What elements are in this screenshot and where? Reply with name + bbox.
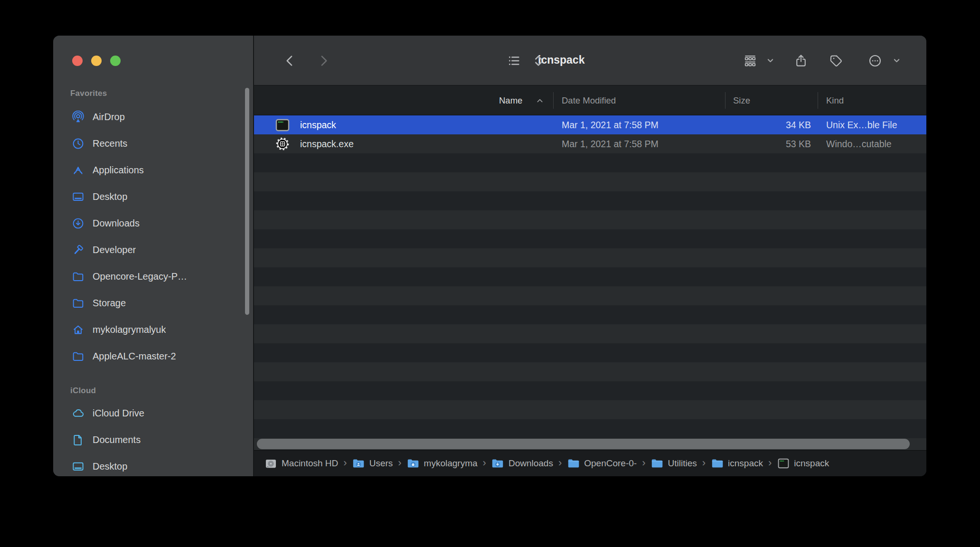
sidebar-item-label: Storage xyxy=(93,298,126,309)
file-size: 53 KB xyxy=(729,139,811,150)
close-button[interactable] xyxy=(72,56,83,66)
sidebar-item-label: Developer xyxy=(93,245,136,255)
group-view-icon[interactable] xyxy=(736,36,764,85)
column-header-kind[interactable]: Kind xyxy=(826,85,844,115)
file-row-icnspack[interactable]: icnspackMar 1, 2021 at 7:58 PM34 KBUnix … xyxy=(254,115,926,134)
desktop-icon xyxy=(71,459,85,473)
sidebar-item-storage[interactable]: Storage xyxy=(53,290,243,316)
sidebar-item-airdrop[interactable]: AirDrop xyxy=(53,104,243,130)
gear-file-icon xyxy=(275,137,290,151)
file-row-icnspack-exe[interactable]: icnspack.exeMar 1, 2021 at 7:58 PM53 KBW… xyxy=(254,134,926,153)
sidebar-item-label: Documents xyxy=(93,434,141,445)
sidebar-section-label: Favorites xyxy=(53,89,243,98)
sidebar-item-recents[interactable]: Recents xyxy=(53,130,243,157)
sidebar-scrollbar[interactable] xyxy=(245,88,249,315)
path-separator-icon: › xyxy=(637,457,650,471)
path-separator-icon: › xyxy=(393,457,406,471)
folder-blue-icon xyxy=(711,458,724,469)
path-segment-users[interactable]: Users xyxy=(352,458,393,469)
back-button[interactable] xyxy=(277,36,303,85)
airdrop-icon xyxy=(71,110,85,124)
file-list: icnspackMar 1, 2021 at 7:58 PM34 KBUnix … xyxy=(254,115,926,476)
sidebar-item-applications[interactable]: Applications xyxy=(53,157,243,183)
path-segment-label: icnspack xyxy=(794,458,829,469)
path-separator-icon: › xyxy=(338,457,352,471)
list-view-icon[interactable] xyxy=(501,36,528,85)
path-segment-macintosh-hd[interactable]: Macintosh HD xyxy=(264,458,338,469)
cloud-icon xyxy=(71,406,85,420)
folder-home-icon xyxy=(407,458,420,469)
sort-order-icon[interactable] xyxy=(528,36,548,85)
path-separator-icon: › xyxy=(763,457,777,471)
main-area: icnspack NameDate ModifiedSizeKind icnsp… xyxy=(254,36,926,476)
path-segment-utilities[interactable]: Utilities xyxy=(650,458,697,469)
file-name: icnspack.exe xyxy=(300,139,354,150)
sidebar-item-label: Applications xyxy=(93,165,144,176)
path-segment-label: icnspack xyxy=(728,458,763,469)
exec-file-icon xyxy=(777,458,790,469)
file-date-modified: Mar 1, 2021 at 7:58 PM xyxy=(562,139,659,150)
file-name: icnspack xyxy=(300,120,336,131)
sidebar-item-downloads[interactable]: Downloads xyxy=(53,210,243,236)
sidebar-item-icloud-drive[interactable]: iCloud Drive xyxy=(53,400,243,426)
harddrive-icon xyxy=(264,458,277,469)
path-segment-label: mykolagryma xyxy=(424,458,478,469)
hammer-icon xyxy=(71,243,85,257)
more-actions-chevron-icon[interactable] xyxy=(889,36,904,85)
sidebar-item-documents[interactable]: Documents xyxy=(53,426,243,453)
path-segment-opencore-0-[interactable]: OpenCore-0- xyxy=(567,458,637,469)
column-divider[interactable] xyxy=(553,92,554,109)
zoom-button[interactable] xyxy=(110,56,121,66)
more-actions-icon[interactable] xyxy=(861,36,889,85)
sidebar-item-desktop[interactable]: Desktop xyxy=(53,453,243,476)
downloads-icon xyxy=(71,216,85,230)
file-kind: Windo…cutable xyxy=(826,139,892,150)
sidebar-item-label: Desktop xyxy=(93,191,127,202)
path-segment-icnspack[interactable]: icnspack xyxy=(777,458,829,469)
forward-button[interactable] xyxy=(310,36,336,85)
desktop-icon xyxy=(71,189,85,204)
file-date-modified: Mar 1, 2021 at 7:58 PM xyxy=(562,120,659,131)
path-segment-label: Downloads xyxy=(509,458,553,469)
horizontal-scrollbar[interactable] xyxy=(257,439,910,449)
path-separator-icon: › xyxy=(697,457,711,471)
sidebar-item-label: Opencore-Legacy-P… xyxy=(93,271,187,282)
toolbar: icnspack xyxy=(254,36,926,85)
sidebar-item-desktop[interactable]: Desktop xyxy=(53,183,243,210)
sidebar-item-label: Downloads xyxy=(93,218,140,229)
column-header-size[interactable]: Size xyxy=(733,85,750,115)
tags-icon[interactable] xyxy=(822,36,850,85)
path-segment-mykolagryma[interactable]: mykolagryma xyxy=(407,458,478,469)
path-segment-label: OpenCore-0- xyxy=(584,458,637,469)
appstore-icon xyxy=(71,163,85,177)
sidebar: FavoritesAirDropRecentsApplicationsDeskt… xyxy=(53,36,253,476)
sidebar-item-developer[interactable]: Developer xyxy=(53,236,243,263)
window-controls xyxy=(72,56,121,66)
folder-blue-icon xyxy=(650,458,663,469)
path-separator-icon: › xyxy=(478,457,491,471)
group-view-chevron-icon[interactable] xyxy=(763,36,777,85)
file-kind: Unix Ex…ble File xyxy=(826,120,897,131)
exec-file-icon xyxy=(275,118,290,132)
path-bar: Macintosh HD›Users›mykolagryma›Downloads… xyxy=(254,450,926,476)
path-segment-downloads[interactable]: Downloads xyxy=(491,458,553,469)
share-icon[interactable] xyxy=(787,36,815,85)
sidebar-item-opencore-legacy-p-[interactable]: Opencore-Legacy-P… xyxy=(53,263,243,290)
sidebar-item-mykolagrymalyuk[interactable]: mykolagrymalyuk xyxy=(53,316,243,343)
sidebar-item-label: Desktop xyxy=(93,461,127,472)
folder-icon xyxy=(71,349,85,363)
file-size: 34 KB xyxy=(729,120,811,131)
folder-icon xyxy=(71,269,85,283)
folder-users-icon xyxy=(352,458,365,469)
path-separator-icon: › xyxy=(553,457,567,471)
sidebar-section-label: iCloud xyxy=(53,386,243,396)
column-header-name[interactable]: Name xyxy=(499,85,522,115)
column-header-date-modified[interactable]: Date Modified xyxy=(562,85,616,115)
column-divider[interactable] xyxy=(818,92,818,109)
sidebar-item-label: mykolagrymalyuk xyxy=(93,324,166,335)
minimize-button[interactable] xyxy=(91,56,102,66)
sidebar-item-applealc-master-2[interactable]: AppleALC-master-2 xyxy=(53,343,243,369)
sidebar-item-label: AirDrop xyxy=(93,112,125,123)
path-segment-icnspack[interactable]: icnspack xyxy=(711,458,763,469)
column-divider[interactable] xyxy=(725,92,726,109)
